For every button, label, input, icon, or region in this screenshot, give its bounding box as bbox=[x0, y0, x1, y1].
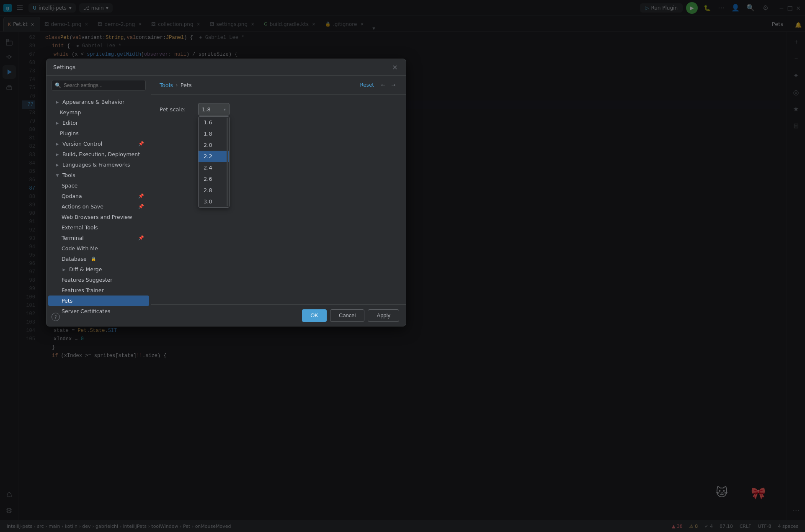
tree-label-web-browsers: Web Browsers and Preview bbox=[62, 214, 132, 220]
tree-label-appearance: Appearance & Behavior bbox=[62, 99, 124, 105]
dropdown-option-2-6[interactable]: 2.6 bbox=[199, 173, 229, 185]
settings-dialog: Settings × 🔍 ▶ Appearance & Behavior bbox=[46, 59, 406, 326]
dropdown-option-1-8[interactable]: 1.8 bbox=[199, 128, 229, 139]
pet-scale-value: 1.8 bbox=[202, 106, 211, 113]
breadcrumb-separator: › bbox=[175, 82, 178, 88]
settings-content: Tools › Pets Reset ← → Pet scale: bbox=[151, 76, 406, 326]
dropdown-option-3-0[interactable]: 3.0 bbox=[199, 196, 229, 207]
tree-item-web-browsers[interactable]: Web Browsers and Preview bbox=[48, 212, 149, 222]
tree-item-plugins[interactable]: Plugins bbox=[48, 128, 149, 139]
tree-label-features-trainer: Features Trainer bbox=[62, 287, 104, 293]
nav-forward-button[interactable]: → bbox=[389, 81, 397, 89]
tree-label-diff-merge: Diff & Merge bbox=[69, 266, 102, 272]
tree-item-diff-merge[interactable]: ▶ Diff & Merge bbox=[48, 264, 149, 275]
dropdown-chevron-icon: ▾ bbox=[224, 107, 226, 112]
breadcrumb-current: Pets bbox=[181, 82, 192, 88]
nav-back-button[interactable]: ← bbox=[379, 81, 387, 89]
tree-label-server-certs: Server Certificates bbox=[62, 308, 110, 313]
tree-label-keymap: Keymap bbox=[60, 109, 81, 116]
tree-arrow-diff: ▶ bbox=[62, 267, 67, 272]
tree-item-pets[interactable]: Pets bbox=[48, 296, 149, 306]
dialog-close-button[interactable]: × bbox=[391, 63, 399, 72]
tree-label-pets: Pets bbox=[62, 298, 72, 304]
tree-label-vcs: Version Control bbox=[62, 141, 102, 147]
tree-item-keymap[interactable]: Keymap bbox=[48, 107, 149, 118]
tree-item-tools[interactable]: ▼ Tools bbox=[48, 170, 149, 180]
tree-label-plugins: Plugins bbox=[60, 130, 79, 136]
tree-label-actions-on-save: Actions on Save bbox=[62, 203, 103, 210]
pin-icon-actions: 📌 bbox=[138, 204, 144, 209]
tree-label-editor: Editor bbox=[62, 120, 78, 126]
pet-scale-dropdown-menu: 1.6 1.8 2.0 2.2 2.4 2.6 2.8 3.0 bbox=[198, 116, 230, 208]
tree-label-languages: Languages & Frameworks bbox=[62, 162, 130, 168]
tree-label-qodana: Qodana bbox=[62, 193, 82, 199]
pet-scale-dropdown[interactable]: 1.8 ▾ bbox=[198, 103, 230, 116]
dropdown-option-2-2[interactable]: 2.2 bbox=[199, 151, 229, 162]
tree-item-qodana[interactable]: Qodana 📌 bbox=[48, 191, 149, 201]
tree-item-terminal[interactable]: Terminal 📌 bbox=[48, 233, 149, 243]
reset-button[interactable]: Reset bbox=[360, 82, 374, 88]
pet-scale-row: Pet scale: 1.8 ▾ 1.6 1.8 2.0 bbox=[160, 103, 397, 116]
tree-arrow-build: ▶ bbox=[55, 152, 60, 157]
tree-label-features-suggester: Features Suggester bbox=[62, 277, 112, 283]
tree-label-database: Database bbox=[62, 256, 87, 262]
pin-icon-terminal: 📌 bbox=[138, 235, 144, 241]
ok-button[interactable]: OK bbox=[302, 309, 327, 322]
tree-item-features-suggester[interactable]: Features Suggester bbox=[48, 275, 149, 285]
apply-button[interactable]: Apply bbox=[368, 309, 399, 322]
pin-icon-qodana: 📌 bbox=[138, 193, 144, 199]
tree-arrow-languages: ▶ bbox=[55, 162, 60, 167]
tree-item-server-certs[interactable]: Server Certificates bbox=[48, 306, 149, 313]
tree-label-space: Space bbox=[62, 182, 77, 189]
tree-arrow-vcs: ▶ bbox=[55, 141, 60, 146]
tree-item-actions-on-save[interactable]: Actions on Save 📌 bbox=[48, 201, 149, 212]
modal-overlay: Settings × 🔍 ▶ Appearance & Behavior bbox=[0, 0, 805, 532]
dropdown-option-1-6[interactable]: 1.6 bbox=[199, 117, 229, 128]
tree-label-code-with-me: Code With Me bbox=[62, 245, 98, 252]
tree-arrow-tools: ▼ bbox=[55, 173, 60, 178]
pet-scale-dropdown-wrap: 1.8 ▾ 1.6 1.8 2.0 2.2 2 bbox=[198, 103, 230, 116]
tree-label-tools: Tools bbox=[62, 172, 75, 178]
settings-search-area: 🔍 bbox=[46, 76, 151, 95]
cancel-button[interactable]: Cancel bbox=[330, 309, 364, 322]
settings-sidebar: 🔍 ▶ Appearance & Behavior Keymap bbox=[46, 76, 151, 326]
tree-label-terminal: Terminal bbox=[62, 235, 84, 241]
tree-item-build[interactable]: ▶ Build, Execution, Deployment bbox=[48, 149, 149, 159]
breadcrumb: Tools › Pets bbox=[160, 82, 192, 88]
pet-scale-label: Pet scale: bbox=[160, 106, 193, 113]
tree-item-space[interactable]: Space bbox=[48, 180, 149, 191]
dropdown-option-2-4[interactable]: 2.4 bbox=[199, 162, 229, 173]
tree-item-database[interactable]: Database 🔒 bbox=[48, 254, 149, 264]
tree-item-editor[interactable]: ▶ Editor bbox=[48, 118, 149, 128]
dropdown-option-2-8[interactable]: 2.8 bbox=[199, 185, 229, 196]
settings-content-header: Tools › Pets Reset ← → bbox=[151, 76, 406, 95]
help-button[interactable]: ? bbox=[52, 313, 60, 321]
tree-item-features-trainer[interactable]: Features Trainer bbox=[48, 285, 149, 296]
tree-arrow-appearance: ▶ bbox=[55, 100, 60, 105]
dropdown-option-2-0[interactable]: 2.0 bbox=[199, 139, 229, 151]
tree-item-code-with-me[interactable]: Code With Me bbox=[48, 243, 149, 254]
settings-main-content: Pet scale: 1.8 ▾ 1.6 1.8 2.0 bbox=[151, 95, 406, 304]
tree-label-build: Build, Execution, Deployment bbox=[62, 151, 140, 157]
tree-item-external-tools[interactable]: External Tools bbox=[48, 222, 149, 233]
dialog-body: 🔍 ▶ Appearance & Behavior Keymap bbox=[46, 76, 406, 326]
navigation-arrows: ← → bbox=[379, 81, 397, 89]
pin-icon-vcs: 📌 bbox=[138, 141, 144, 146]
search-icon: 🔍 bbox=[55, 82, 61, 88]
dialog-title: Settings bbox=[53, 64, 75, 70]
database-lock-icon: 🔒 bbox=[91, 257, 96, 261]
dialog-title-bar: Settings × bbox=[46, 59, 406, 76]
settings-search-input[interactable] bbox=[52, 80, 146, 91]
tree-item-vcs[interactable]: ▶ Version Control 📌 bbox=[48, 139, 149, 149]
tree-label-external-tools: External Tools bbox=[62, 224, 98, 231]
tree-item-appearance[interactable]: ▶ Appearance & Behavior bbox=[48, 97, 149, 107]
tree-arrow-editor: ▶ bbox=[55, 121, 60, 126]
breadcrumb-tools[interactable]: Tools bbox=[160, 82, 173, 88]
settings-tree: ▶ Appearance & Behavior Keymap ▶ Editor … bbox=[46, 95, 151, 313]
tree-item-languages[interactable]: ▶ Languages & Frameworks bbox=[48, 159, 149, 170]
dialog-footer: OK Cancel Apply bbox=[151, 304, 406, 326]
dropdown-scrollbar bbox=[227, 118, 228, 206]
